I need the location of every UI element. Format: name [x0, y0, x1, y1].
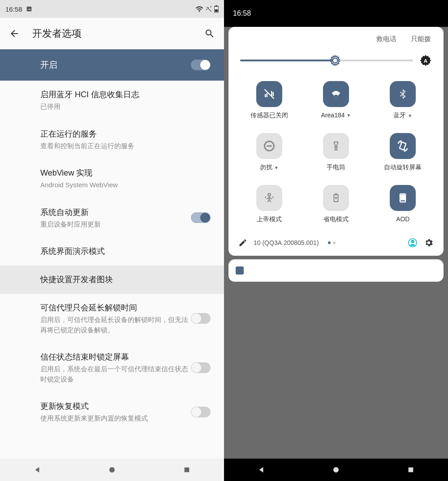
status-time-right: 16:58	[233, 9, 251, 17]
svg-point-11	[268, 193, 271, 196]
svg-rect-10	[400, 142, 406, 150]
svg-rect-5	[184, 468, 189, 472]
god-mode-icon	[256, 185, 282, 211]
page-title: 开发者选项	[32, 27, 192, 40]
bluetooth-icon	[390, 81, 416, 107]
master-toggle-bar[interactable]: 开启	[0, 49, 224, 81]
svg-rect-0	[26, 7, 31, 12]
tile-auto-rotate[interactable]: 自动旋转屏幕	[370, 133, 436, 172]
svg-point-6	[333, 58, 338, 63]
setting-qs-dev-tiles[interactable]: 快捷设置开发者图块	[0, 266, 224, 294]
tile-battery-saver[interactable]: 省电模式	[302, 185, 369, 223]
qs-tile-grid: 传感器已关闭 Area184▼ 蓝牙▼ 勿扰▼ 手电筒 自动旋转屏幕	[236, 77, 436, 232]
auto-update-switch[interactable]	[191, 212, 211, 223]
setting-running-services[interactable]: 正在运行的服务查看和控制当前正在运行的服务	[0, 120, 224, 159]
nav-bar-left	[0, 459, 224, 481]
quick-settings-panel: 救电话 只能拨 A 传感器已关闭 Area184▼	[228, 27, 444, 256]
tile-wifi[interactable]: Area184▼	[302, 81, 369, 120]
notification-card[interactable]	[228, 259, 444, 282]
setting-demo-mode[interactable]: 系统界面演示模式	[0, 237, 224, 266]
back-icon[interactable]	[9, 28, 20, 39]
svg-rect-13	[335, 194, 337, 195]
svg-rect-15	[401, 195, 405, 200]
svg-rect-2	[215, 5, 217, 6]
tile-sensors-off[interactable]: 传感器已关闭	[236, 81, 302, 120]
svg-point-17	[411, 240, 414, 243]
tile-aod[interactable]: AOD	[370, 185, 436, 223]
nav-back-icon[interactable]	[256, 464, 267, 475]
recovery-switch[interactable]	[191, 407, 211, 417]
battery-icon	[214, 5, 219, 13]
status-bar-right: 16:58	[224, 0, 448, 27]
picture-icon	[26, 6, 32, 12]
wifi-tile-icon	[323, 81, 349, 107]
right-phone: 16:58 救电话 只能拨 A 传感器已关闭 Ar	[224, 0, 448, 481]
nav-bar-right	[224, 459, 448, 481]
restricted-call-link[interactable]: 只能拨	[411, 35, 431, 43]
brightness-row: A	[236, 52, 436, 77]
master-toggle-label: 开启	[40, 59, 191, 71]
app-header: 开发者选项	[0, 18, 224, 49]
nav-home-icon[interactable]	[331, 464, 341, 475]
status-bar-left: 16:58	[0, 0, 224, 18]
search-icon[interactable]	[204, 28, 215, 39]
nav-home-icon[interactable]	[107, 464, 117, 475]
svg-point-18	[333, 467, 339, 472]
setting-trust-agent-extend[interactable]: 可信代理只会延长解锁时间启用后，可信代理会延长设备的解锁时间，但无法再将已锁定的…	[0, 294, 224, 343]
status-time: 16:58	[5, 5, 22, 13]
auto-brightness-icon[interactable]: A	[419, 54, 432, 67]
build-number: 10 (QQ3A.200805.001)	[254, 239, 319, 246]
setting-lock-on-trust-end[interactable]: 信任状态结束时锁定屏幕启用后，系统会在最后一个可信代理结束信任状态时锁定设备	[0, 343, 224, 392]
chevron-down-icon: ▼	[274, 165, 279, 170]
chevron-down-icon: ▼	[347, 113, 351, 118]
chevron-down-icon: ▼	[408, 113, 412, 118]
wifi-icon	[195, 6, 203, 12]
setting-auto-update[interactable]: 系统自动更新重启设备时应用更新	[0, 198, 224, 238]
setting-update-recovery[interactable]: 更新恢复模式使用系统更新来更新内置的恢复模式	[0, 392, 224, 432]
dnd-icon	[256, 133, 282, 159]
signal-off-icon	[206, 6, 212, 12]
tile-flashlight[interactable]: 手电筒	[302, 133, 369, 172]
gear-icon[interactable]	[424, 238, 434, 248]
battery-saver-icon	[323, 185, 349, 211]
svg-point-4	[109, 467, 115, 472]
brightness-slider[interactable]	[240, 60, 413, 61]
emergency-call-link[interactable]: 救电话	[376, 35, 396, 43]
user-icon[interactable]	[408, 238, 418, 248]
trust-extend-switch[interactable]	[191, 313, 211, 324]
svg-text:A: A	[424, 58, 428, 64]
nav-recent-icon[interactable]	[405, 464, 416, 475]
rotate-icon	[390, 133, 416, 159]
qs-top-links: 救电话 只能拨	[236, 33, 436, 52]
qs-footer: 10 (QQ3A.200805.001)	[236, 232, 436, 251]
svg-rect-9	[336, 146, 336, 147]
picture-notif-icon	[236, 266, 244, 275]
edit-icon[interactable]	[238, 238, 247, 247]
page-dots	[328, 241, 401, 244]
nav-back-icon[interactable]	[32, 464, 43, 475]
setting-bluetooth-hci[interactable]: 启用蓝牙 HCI 信息收集日志已停用	[0, 81, 224, 120]
nav-recent-icon[interactable]	[181, 464, 192, 475]
svg-rect-3	[215, 9, 218, 12]
settings-list: 启用蓝牙 HCI 信息收集日志已停用 正在运行的服务查看和控制当前正在运行的服务…	[0, 81, 224, 459]
tile-god-mode[interactable]: 上帝模式	[236, 185, 302, 223]
master-switch[interactable]	[191, 60, 211, 70]
aod-icon	[390, 185, 416, 211]
svg-rect-19	[408, 468, 413, 472]
left-phone: 16:58 开发者选项 开启 启用蓝牙 HCI 信息收集日志已停用 正在运行的服…	[0, 0, 224, 481]
lock-trust-switch[interactable]	[191, 362, 211, 373]
sensors-off-icon	[256, 81, 282, 107]
flashlight-icon	[323, 133, 349, 159]
tile-dnd[interactable]: 勿扰▼	[236, 133, 302, 172]
setting-webview[interactable]: WebView 实现Android System WebView	[0, 159, 224, 198]
tile-bluetooth[interactable]: 蓝牙▼	[370, 81, 436, 120]
brightness-thumb-icon[interactable]	[329, 55, 341, 66]
